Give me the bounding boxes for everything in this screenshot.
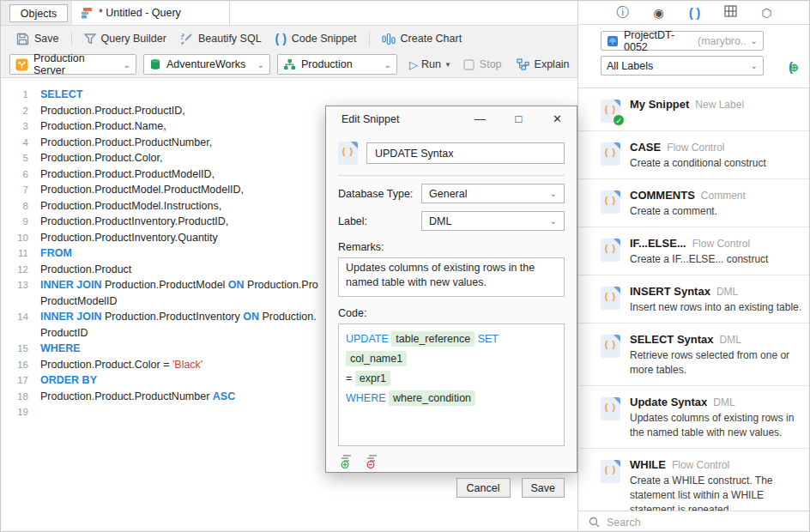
database-select[interactable]: AdventureWorks ⌄	[143, 54, 270, 75]
explain-button[interactable]: Explain	[509, 54, 577, 75]
snippet-title: SELECT SyntaxDML	[630, 333, 802, 346]
code-line: = expr1	[346, 369, 557, 389]
chevron-down-icon: ⌄	[124, 60, 130, 70]
code-editor[interactable]: UPDATE table_reference SET col_name1= ex…	[338, 323, 565, 446]
snippet-item[interactable]: ( )INSERT SyntaxDMLInsert new rows into …	[578, 275, 810, 323]
sql-text: Production.Product.Color =	[40, 359, 172, 371]
line-number: 9	[1, 214, 40, 230]
eye-icon[interactable]: ◉	[651, 6, 667, 20]
line-number: 10	[1, 230, 40, 246]
line-content: FROM	[40, 245, 72, 262]
snippet-panel: ⓘ ◉ ( ) ⬡ ProjectDT-0052 (marybro... ⌄ A…	[577, 1, 810, 532]
create-chart-button[interactable]: Create Chart	[375, 28, 469, 49]
chevron-down-icon: ⌄	[550, 189, 557, 198]
plus-icon: ⊕	[789, 61, 799, 74]
code-snippet-button[interactable]: ( ) Code Snippet	[269, 28, 364, 49]
editor-line[interactable]: 1SELECT	[1, 87, 577, 103]
line-content: Production.Product.ProductNumber,	[40, 135, 212, 151]
snippet-name-input[interactable]: UPDATE Syntax	[366, 142, 565, 164]
sql-text: Production.ProductInventory	[102, 311, 244, 323]
line-number: 1	[1, 87, 40, 103]
line-content: Production.Product.ProductNumber ASC	[40, 389, 235, 405]
snippet-item[interactable]: ( )WHILEFlow ControlCreate a WHILE const…	[578, 449, 810, 511]
snippet-item[interactable]: ( )SELECT SyntaxDMLRetrieve rows selecte…	[578, 323, 810, 386]
line-content: Production.ProductInventory.Quantity	[40, 230, 218, 246]
info-icon[interactable]: ⓘ	[615, 5, 631, 21]
remove-placeholder-icon[interactable]	[366, 454, 381, 469]
save-dialog-label: Save	[531, 482, 556, 494]
code-snippet-tab-icon[interactable]: ( )	[687, 6, 703, 20]
sql-text: ProductModelID	[40, 295, 118, 307]
settings-icon[interactable]: ⬡	[759, 6, 775, 20]
remarks-value: Updates columns of existing rows in the …	[346, 262, 535, 288]
query-builder-button[interactable]: Query Builder	[77, 28, 173, 49]
tab-query-label: * Untitled - Query	[99, 7, 181, 19]
save-dialog-button[interactable]: Save	[522, 478, 565, 498]
snippet-title: CASEFlow Control	[630, 141, 766, 154]
stop-icon	[463, 59, 475, 70]
snippet-doc-icon: ( )	[601, 142, 620, 166]
explain-label: Explain	[535, 58, 570, 70]
snippet-item[interactable]: ( )COMMENTSCommentCreate a comment.	[578, 179, 810, 227]
minimize-icon[interactable]: —	[461, 112, 499, 125]
label-select[interactable]: DML ⌄	[421, 211, 565, 231]
database-type-value: General	[429, 188, 467, 200]
snippet-title: Update SyntaxDML	[630, 396, 802, 408]
line-content: Production.Product	[40, 262, 131, 278]
line-number	[1, 293, 40, 310]
database-type-select[interactable]: General ⌄	[421, 184, 565, 203]
save-button[interactable]: Save	[9, 28, 66, 49]
labels-select[interactable]: All Labels ⌄	[601, 56, 764, 76]
remarks-textarea[interactable]: Updates columns of existing rows in the …	[338, 257, 565, 297]
code-line: UPDATE table_reference SET col_name1	[346, 329, 557, 369]
chevron-down-icon: ⌄	[751, 36, 758, 45]
sql-text: Production.Product.ProductNumber	[40, 390, 213, 402]
snippet-description: Updates columns of existing rows in the …	[630, 411, 802, 440]
line-content: INNER JOIN Production.ProductInventory O…	[40, 309, 317, 325]
schema-icon	[283, 58, 296, 70]
snippet-item[interactable]: ( )IF...ELSE...Flow ControlCreate a IF..…	[578, 227, 810, 275]
snippet-label: Flow Control	[667, 142, 724, 154]
grid-icon[interactable]	[723, 5, 739, 20]
code-snippet-label: Code Snippet	[292, 33, 357, 45]
tab-objects[interactable]: Objects	[9, 4, 68, 22]
snippet-description: Create a conditional construct	[630, 156, 766, 171]
sql-text: Production.Product.Name,	[40, 120, 166, 132]
edit-snippet-dialog: Edit Snippet — □ ✕ ( ) UPDATE Syntax Dat…	[325, 106, 577, 473]
close-icon[interactable]: ✕	[538, 112, 577, 125]
snippet-item[interactable]: ( )✓My SnippetNew Label	[578, 88, 810, 131]
snippet-item[interactable]: ( )Update SyntaxDMLUpdates columns of ex…	[578, 386, 810, 449]
line-number: 12	[1, 262, 40, 278]
snippet-title: INSERT SyntaxDML	[630, 285, 801, 298]
server-select[interactable]: Production Server ⌄	[9, 54, 136, 75]
run-button[interactable]: ▷ Run ▼	[404, 54, 456, 75]
chevron-down-icon: ⌄	[257, 60, 264, 70]
dialog-title: Edit Snippet	[342, 113, 399, 125]
line-number: 7	[1, 182, 40, 198]
snippet-search[interactable]: Search	[578, 511, 810, 532]
snippet-description: Create a comment.	[630, 204, 746, 219]
cancel-button[interactable]: Cancel	[456, 478, 511, 498]
project-select[interactable]: ProjectDT-0052 (marybro... ⌄	[601, 31, 764, 51]
snippet-doc-icon: ( )	[601, 397, 620, 420]
code-placeholder: where_condition	[389, 390, 475, 406]
label-value: DML	[429, 215, 451, 227]
line-number: 18	[1, 389, 40, 405]
run-dropdown-arrow[interactable]: ▼	[444, 61, 451, 69]
schema-select[interactable]: Production ⌄	[277, 54, 397, 75]
beautify-sql-button[interactable]: Beautify SQL	[173, 28, 269, 49]
sql-text: =	[346, 372, 352, 384]
snippet-item[interactable]: ( )CASEFlow ControlCreate a conditional …	[578, 131, 810, 179]
tab-query-active[interactable]: * Untitled - Query	[71, 1, 230, 25]
code-placeholder: table_reference	[391, 331, 475, 347]
snippet-title: WHILEFlow Control	[630, 458, 802, 471]
line-content: Production.Product.Color,	[40, 150, 162, 166]
line-number: 8	[1, 198, 40, 215]
add-placeholder-icon[interactable]	[340, 454, 355, 469]
run-label: Run	[421, 58, 441, 70]
snippet-label: DML	[713, 396, 734, 408]
new-snippet-button[interactable]: (⊕	[789, 59, 799, 74]
dialog-titlebar[interactable]: Edit Snippet — □ ✕	[326, 106, 577, 131]
maximize-icon[interactable]: □	[499, 112, 538, 125]
code-placeholder: expr1	[355, 371, 390, 386]
